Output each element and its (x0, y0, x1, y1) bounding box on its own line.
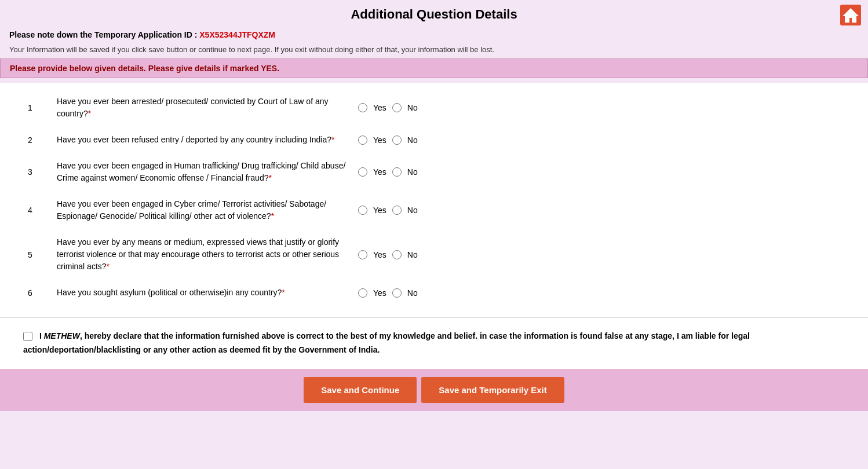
required-indicator-3: * (268, 173, 271, 182)
required-indicator-4: * (271, 211, 274, 221)
radio-no-2[interactable] (392, 135, 402, 145)
save-exit-button[interactable]: Save and Temporarily Exit (421, 377, 564, 403)
question-options-2: Yes No (353, 127, 845, 153)
radio-no-5[interactable] (392, 250, 402, 259)
radio-yes-label-1[interactable]: Yes (373, 103, 386, 112)
declaration-text-after: , hereby declare that the information fu… (23, 331, 750, 354)
question-options-3: Yes No (353, 153, 845, 191)
content-area: 1 Have you ever been arrested/ prosecute… (0, 83, 868, 317)
table-row: 1 Have you ever been arrested/ prosecute… (23, 89, 845, 127)
question-text-4: Have you ever been engaged in Cyber crim… (52, 191, 353, 229)
radio-group-4: Yes No (358, 206, 840, 215)
radio-group-6: Yes No (358, 288, 840, 298)
radio-yes-label-3[interactable]: Yes (373, 167, 386, 177)
home-icon[interactable] (840, 5, 861, 25)
radio-yes-3[interactable] (358, 167, 367, 177)
table-row: 2 Have you ever been refused entry / dep… (23, 127, 845, 153)
question-text-2: Have you ever been refused entry / depor… (52, 127, 353, 153)
question-number-6: 6 (23, 280, 52, 306)
info-text: Your Information will be saved if you cl… (0, 43, 868, 58)
declaration-checkbox[interactable] (23, 332, 32, 341)
save-continue-button[interactable]: Save and Continue (304, 377, 417, 403)
question-number-5: 5 (23, 229, 52, 280)
question-text-6: Have you sought asylum (political or oth… (52, 280, 353, 306)
page-title: Additional Question Details (0, 7, 868, 22)
declaration-text-before: I (39, 331, 44, 340)
radio-yes-4[interactable] (358, 206, 367, 215)
section-header: Please provide below given details. Plea… (0, 58, 868, 78)
radio-no-6[interactable] (392, 288, 402, 298)
radio-group-3: Yes No (358, 167, 840, 177)
question-options-4: Yes No (353, 191, 845, 229)
page-wrapper: Additional Question Details Please note … (0, 0, 868, 469)
question-options-5: Yes No (353, 229, 845, 280)
radio-no-label-3[interactable]: No (407, 167, 418, 177)
radio-no-1[interactable] (392, 103, 402, 112)
radio-yes-1[interactable] (358, 103, 367, 112)
questions-table: 1 Have you ever been arrested/ prosecute… (23, 89, 845, 306)
declaration-text: I METHEW, hereby declare that the inform… (23, 329, 845, 357)
declaration-area: I METHEW, hereby declare that the inform… (0, 317, 868, 369)
table-row: 4 Have you ever been engaged in Cyber cr… (23, 191, 845, 229)
required-indicator-2: * (331, 135, 334, 144)
radio-no-4[interactable] (392, 206, 402, 215)
required-indicator-6: * (282, 288, 285, 297)
radio-yes-label-6[interactable]: Yes (373, 288, 386, 298)
temp-id-row: Please note down the Temporary Applicati… (0, 27, 868, 43)
radio-yes-label-5[interactable]: Yes (373, 250, 386, 259)
radio-no-3[interactable] (392, 167, 402, 177)
table-row: 6 Have you sought asylum (political or o… (23, 280, 845, 306)
table-row: 5 Have you ever by any means or medium, … (23, 229, 845, 280)
radio-no-label-5[interactable]: No (407, 250, 418, 259)
radio-yes-2[interactable] (358, 135, 367, 145)
radio-no-label-6[interactable]: No (407, 288, 418, 298)
radio-no-label-1[interactable]: No (407, 103, 418, 112)
temp-id-label: Please note down the Temporary Applicati… (9, 30, 197, 39)
page-header: Additional Question Details (0, 0, 868, 27)
required-indicator-1: * (88, 109, 91, 118)
radio-group-2: Yes No (358, 135, 840, 145)
question-number-1: 1 (23, 89, 52, 127)
question-options-1: Yes No (353, 89, 845, 127)
radio-yes-6[interactable] (358, 288, 367, 298)
radio-group-1: Yes No (358, 103, 840, 112)
question-number-2: 2 (23, 127, 52, 153)
question-text-5: Have you ever by any means or medium, ex… (52, 229, 353, 280)
radio-yes-5[interactable] (358, 250, 367, 259)
radio-no-label-4[interactable]: No (407, 206, 418, 215)
question-text-1: Have you ever been arrested/ prosecuted/… (52, 89, 353, 127)
footer-buttons: Save and Continue Save and Temporarily E… (0, 369, 868, 411)
required-indicator-5: * (107, 262, 110, 271)
question-options-6: Yes No (353, 280, 845, 306)
question-text-3: Have you ever been engaged in Human traf… (52, 153, 353, 191)
radio-no-label-2[interactable]: No (407, 135, 418, 145)
question-number-4: 4 (23, 191, 52, 229)
radio-yes-label-4[interactable]: Yes (373, 206, 386, 215)
radio-yes-label-2[interactable]: Yes (373, 135, 386, 145)
declaration-username: METHEW (44, 331, 80, 340)
table-row: 3 Have you ever been engaged in Human tr… (23, 153, 845, 191)
radio-group-5: Yes No (358, 250, 840, 259)
question-number-3: 3 (23, 153, 52, 191)
temp-id-value: X5X52344JTFQXZM (199, 30, 275, 39)
